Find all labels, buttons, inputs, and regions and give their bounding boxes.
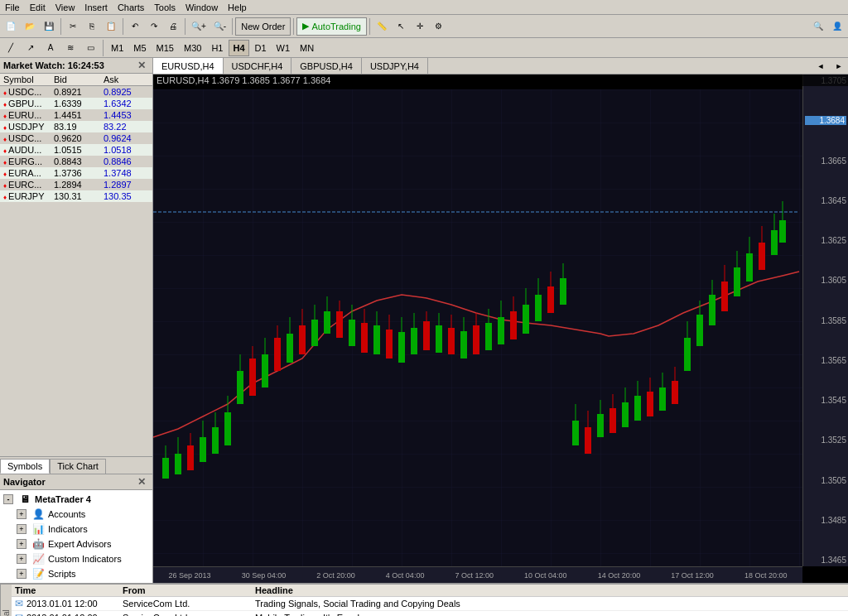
svg-rect-74 [610,408,616,433]
line-tool[interactable]: 📏 [373,17,391,36]
navigator-item-expert-advisors[interactable]: +🤖Expert Advisors [0,537,152,551]
expand-icon[interactable]: + [17,509,26,519]
market-watch-row[interactable]: ♦EURJPY130.31130.35 [0,190,152,202]
tf-m30[interactable]: M30 [180,40,205,56]
chart-tab-usdchf-h4[interactable]: USDCHF,H4 [224,58,292,74]
draw-fib-button[interactable]: ≋ [61,39,80,57]
new-order-button[interactable]: New Order [235,17,291,36]
print-button[interactable]: 🖨 [164,17,182,36]
menu-view[interactable]: View [51,2,80,13]
zoom-in-button[interactable]: 🔍+ [188,17,210,36]
expand-icon[interactable]: + [17,569,26,579]
tf-m5[interactable]: M5 [129,40,150,56]
chart-scroll-right[interactable]: ► [830,59,848,74]
tf-h4[interactable]: H4 [229,40,248,56]
navigator-item-metatrader-4[interactable]: -🖥MetaTrader 4 [0,492,152,507]
tf-m1[interactable]: M1 [107,40,128,56]
navigator-item-custom-indicators[interactable]: +📈Custom Indicators [0,551,152,566]
menu-window[interactable]: Window [181,2,223,13]
draw-rect-button[interactable]: ▭ [81,39,99,57]
menu-charts[interactable]: Charts [113,2,149,13]
tf-h1[interactable]: H1 [207,40,227,56]
autotrading-button[interactable]: ▶ AutoTrading [296,17,367,36]
paste-button[interactable]: 📋 [102,17,120,36]
settings-button[interactable]: ⚙ [430,17,448,36]
svg-rect-66 [560,278,566,305]
navigator-item-indicators[interactable]: +📊Indicators [0,522,152,537]
terminal-row[interactable]: ✉2013.01.01 12:00ServiceCom Ltd.Mobile T… [12,611,848,616]
left-panel: Market Watch: 16:24:53 ✕ Symbol Bid Ask … [0,58,153,583]
market-watch-row[interactable]: ♦EURC...1.28941.2897 [0,179,152,190]
navigator-close[interactable]: ✕ [134,476,149,488]
new-order-label: New Order [241,22,285,31]
cut-button[interactable]: ✂ [64,17,82,36]
market-watch-row[interactable]: ♦GBPU...1.63391.6342 [0,98,152,109]
time-label-4: 7 Oct 12:00 [455,571,494,580]
chart-tab-eurusd-h4[interactable]: EURUSD,H4 [153,58,224,74]
draw-line-button[interactable]: ╱ [2,39,20,57]
email-icon: ✉ [15,612,23,616]
market-watch-row[interactable]: ♦AUDU...1.05151.0518 [0,144,152,156]
svg-rect-16 [249,359,256,396]
menu-tools[interactable]: Tools [149,2,181,13]
nav-item-icon: 📝 [31,567,45,580]
chart-scroll-left[interactable]: ◄ [812,59,830,74]
main-area: Market Watch: 16:24:53 ✕ Symbol Bid Ask … [0,58,848,583]
expand-icon[interactable]: + [17,539,26,549]
navigator-item-scripts[interactable]: +📝Scripts [0,566,152,581]
menu-insert[interactable]: Insert [80,2,113,13]
svg-rect-96 [746,253,753,282]
chart-tab-gbpusd-h4[interactable]: GBPUSD,H4 [292,58,362,74]
copy-button[interactable]: ⎘ [83,17,101,36]
chart-container[interactable]: EURUSD,H4 1.3679 1.3685 1.3677 1.3684 [153,75,848,583]
chart-tab-usdjpy-h4[interactable]: USDJPY,H4 [362,58,428,74]
market-watch-row[interactable]: ♦USDC...0.89210.8925 [0,86,152,98]
market-watch-close[interactable]: ✕ [134,60,149,71]
menu-edit[interactable]: Edit [25,2,51,13]
price-label-11: 1.3465 [805,556,846,565]
new-chart-button[interactable]: 📄 [2,17,20,36]
svg-rect-8 [200,437,206,462]
terminal-cell-from: ServiceCom Ltd. [123,613,255,616]
market-watch-row[interactable]: ♦EURA...1.37361.3748 [0,167,152,179]
account-button[interactable]: 👤 [828,17,846,36]
time-label-2: 2 Oct 20:00 [316,571,355,580]
svg-rect-18 [262,354,268,387]
open-button[interactable]: 📂 [21,17,39,36]
crosshair-tool[interactable]: ✛ [411,17,429,36]
mw-tab-symbols[interactable]: Symbols [0,459,50,474]
search-button[interactable]: 🔍 [809,17,827,36]
market-watch-row[interactable]: ♦EURU...1.44511.4453 [0,109,152,121]
expand-icon[interactable]: + [17,554,26,564]
draw-text-button[interactable]: A [41,39,60,57]
svg-rect-76 [622,402,629,427]
draw-arrow-button[interactable]: ↗ [22,39,40,57]
tf-mn[interactable]: MN [296,40,318,56]
zoom-out-button[interactable]: 🔍- [210,17,229,36]
cursor-tool[interactable]: ↖ [392,17,410,36]
expand-icon[interactable]: + [17,524,26,534]
mw-tab-tick-chart[interactable]: Tick Chart [50,459,106,474]
tf-w1[interactable]: W1 [272,40,295,56]
save-button[interactable]: 💾 [40,17,58,36]
market-watch-row[interactable]: ♦USDC...0.96200.9624 [0,132,152,144]
market-watch-row[interactable]: ♦EURG...0.88430.8846 [0,156,152,167]
menu-help[interactable]: Help [223,2,252,13]
tf-m15[interactable]: M15 [152,40,178,56]
svg-rect-24 [299,325,306,354]
terminal-row[interactable]: ✉2013.01.01 12:00ServiceCom Ltd.Trading … [12,597,848,611]
price-label-8: 1.3525 [805,436,846,445]
market-watch-row[interactable]: ♦USDJPY83.1983.22 [0,121,152,132]
toolbar1: 📄 📂 💾 ✂ ⎘ 📋 ↶ ↷ 🖨 🔍+ 🔍- New Order ▶ Auto… [0,15,848,38]
tf-d1[interactable]: D1 [251,40,271,56]
nav-item-label: MetaTrader 4 [35,494,91,504]
undo-button[interactable]: ↶ [126,17,144,36]
svg-rect-30 [336,311,343,338]
redo-button[interactable]: ↷ [145,17,163,36]
menu-file[interactable]: File [0,2,25,13]
terminal-panel: Terminal Time From Headline ✉2013.01.01 … [0,583,848,616]
price-label-2: 1.3645 [805,196,846,205]
expand-icon[interactable]: - [3,494,13,504]
toolbar-sep6 [369,18,370,35]
navigator-item-accounts[interactable]: +👤Accounts [0,507,152,522]
